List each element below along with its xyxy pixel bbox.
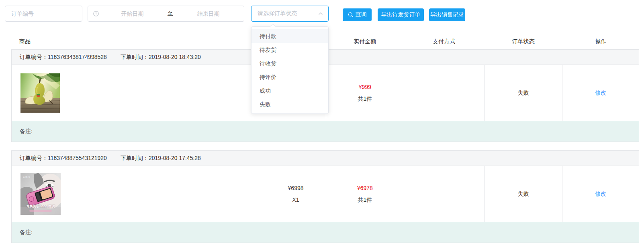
status-option-pending-receipt[interactable]: 待收货 [251, 57, 328, 70]
paid-count: 共1件 [347, 93, 383, 105]
order-status-dropdown: 待付款 待发货 待收货 待评价 成功 失败 [251, 26, 329, 114]
order-number: 订单编号：1163748875543121920 [20, 155, 107, 162]
status-option-pending-review[interactable]: 待评价 [251, 70, 328, 84]
paid-amount-cell: ¥6978 共1件 [326, 166, 404, 222]
table-row: CASIO 专属美妆 9000°微调 ¥6998 X1 ¥6978 共1件 [11, 166, 639, 222]
action-cell: 修改 [562, 166, 639, 222]
order-block: 订单编号：1163748875543121920 下单时间：2019-08-20… [11, 150, 639, 243]
product-qty: X1 [278, 194, 314, 206]
order-status-select[interactable]: 请选择订单状态 [251, 6, 329, 22]
status-option-success[interactable]: 成功 [251, 84, 328, 97]
status-text: 失败 [517, 190, 529, 198]
status-option-pending-shipment[interactable]: 待发货 [251, 43, 328, 57]
order-time: 下单时间：2019-08-20 17:45:28 [121, 155, 201, 162]
search-button[interactable]: 查询 [343, 8, 372, 21]
end-date-input[interactable] [178, 10, 239, 17]
paid-amount: ¥6978 [347, 182, 383, 194]
remark-label: 备注: [20, 229, 33, 236]
status-option-failed[interactable]: 失败 [251, 97, 328, 111]
order-status-placeholder: 请选择订单状态 [258, 10, 318, 17]
order-status-cell: 失败 [484, 65, 562, 121]
remark-label: 备注: [20, 128, 33, 135]
date-range-separator: 至 [163, 10, 178, 17]
order-bar: 订单编号：1163748875543121920 下单时间：2019-08-20… [11, 150, 639, 166]
header-pay-method: 支付方式 [404, 38, 484, 45]
product-price: ¥6998 [278, 182, 314, 194]
image-caption: 专属美妆 9000°微调 [20, 204, 61, 209]
paid-amount: ¥999 [347, 81, 383, 93]
header-order-status: 订单状态 [484, 38, 562, 45]
brand-caption: CASIO [23, 176, 30, 178]
product-image: CASIO 专属美妆 9000°微调 [20, 173, 61, 215]
pay-method-cell [404, 65, 484, 121]
export-sales-records-button[interactable]: 导出销售记录 [429, 8, 465, 21]
export-pending-orders-button[interactable]: 导出待发货订单 [378, 8, 424, 21]
chevron-up-icon [318, 11, 323, 16]
order-number-input[interactable] [5, 6, 82, 22]
image-caption-subline [29, 210, 52, 212]
product-cell: CASIO 专属美妆 9000°微调 ¥6998 X1 [12, 166, 326, 222]
pay-method-cell [404, 166, 484, 222]
clock-icon [93, 10, 99, 17]
remark-row: 备注: [11, 121, 639, 142]
order-number: 订单编号：1163763438174998528 [20, 54, 107, 61]
search-icon [348, 12, 354, 18]
search-button-label: 查询 [356, 11, 367, 18]
header-paid-amount: 实付金额 [326, 38, 404, 45]
dropdown-arrow [270, 24, 276, 29]
order-list-page: 至 请选择订单状态 查询 导出待发货订单 导出销售记录 待付款 待发货 待收货 … [0, 0, 644, 249]
order-time: 下单时间：2019-08-20 18:43:20 [121, 54, 201, 61]
status-option-pending-payment[interactable]: 待付款 [251, 29, 328, 43]
product-image [20, 73, 60, 113]
header-action: 操作 [562, 38, 639, 45]
date-range-picker[interactable]: 至 [88, 6, 244, 22]
modify-link[interactable]: 修改 [595, 89, 606, 97]
paid-amount-cell: ¥999 共1件 [326, 65, 404, 121]
status-text: 失败 [517, 89, 529, 97]
action-cell: 修改 [562, 65, 639, 121]
remark-row: 备注: [11, 222, 639, 243]
product-price-qty: ¥6998 X1 [278, 182, 314, 206]
paid-count: 共1件 [347, 194, 383, 206]
order-status-cell: 失败 [484, 166, 562, 222]
modify-link[interactable]: 修改 [595, 190, 606, 198]
block-gap [11, 142, 639, 150]
start-date-input[interactable] [102, 10, 163, 17]
